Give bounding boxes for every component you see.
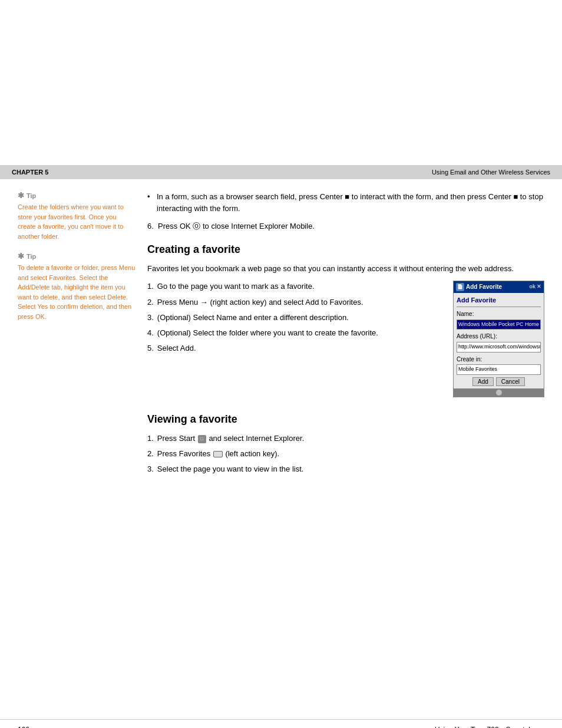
body-content: In a form, such as a browser search fiel…: [147, 191, 544, 479]
dialog-bottom-bar: [454, 388, 544, 397]
dialog-body: Add Favorite Name: Windows Mobile Pocket…: [454, 293, 544, 388]
viewing-step-3: 3. Select the page you want to view in t…: [147, 463, 544, 475]
dialog-name-value: Windows Mobile Pocket PC Home: [458, 321, 539, 327]
dialog-create-label: Create in:: [457, 355, 541, 364]
dialog-buttons: Add Cancel: [457, 377, 541, 386]
dialog-cancel-button[interactable]: Cancel: [496, 377, 525, 386]
viewing-step-3-text: Select the page you want to view in the …: [157, 463, 304, 475]
tip-star-1: ✱ Tip: [18, 191, 135, 200]
tip-label-2: Tip: [27, 253, 36, 260]
creating-favorite-heading: Creating a favorite: [147, 242, 544, 258]
bullet-item: In a form, such as a browser search fiel…: [147, 191, 544, 215]
viewing-step-1: 1. Press Start □ and select Internet Exp…: [147, 433, 544, 444]
dialog-create-value: Mobile Favorites: [458, 366, 497, 372]
tip-block-2: ✱ Tip To delete a favorite or folder, pr…: [18, 252, 135, 321]
tip-text-1: Create the folders where you want to sto…: [18, 202, 135, 241]
creating-step-1-text: Go to the page you want to mark as a fav…: [157, 281, 315, 292]
add-favorite-dialog: 📄 Add Favorite ok ✕ Add Favorite Name:: [453, 281, 544, 397]
left-key-icon: [213, 451, 223, 457]
tip-label-1: Tip: [27, 192, 36, 199]
dialog-name-label: Name:: [457, 309, 541, 319]
creating-step-3-text: (Optional) Select Name and enter a diffe…: [157, 312, 349, 324]
tip-star-2: ✱ Tip: [18, 252, 135, 261]
viewing-step-2-text: Press Favorites (left action key).: [157, 448, 279, 460]
tip-text-2: To delete a favorite or folder, press Me…: [18, 263, 135, 321]
viewing-favorite-heading: Viewing a favorite: [147, 411, 544, 428]
step-number-6: 6.: [147, 222, 156, 230]
creating-favorite-intro: Favorites let you bookmark a web page so…: [147, 263, 544, 275]
creating-favorite-section: Creating a favorite Favorites let you bo…: [147, 242, 544, 403]
creating-step-5-text: Select Add.: [157, 342, 196, 354]
footer-text: Using Your Treo 700w Smartphone: [435, 726, 544, 728]
dialog-create-input[interactable]: Mobile Favorites: [457, 364, 541, 375]
dialog-bottom-icon: [496, 390, 502, 396]
tip-star-icon-2: ✱: [18, 252, 24, 261]
dialog-name-input[interactable]: Windows Mobile Pocket PC Home: [457, 319, 541, 330]
tip-star-icon-1: ✱: [18, 191, 24, 200]
dialog-titlebar-left: 📄 Add Favorite: [456, 282, 502, 292]
press-ok-line: 6. Press OK ⓞ to close Internet Explorer…: [147, 220, 544, 232]
page-wrapper: CHAPTER 5 Using Email and Other Wireless…: [0, 165, 562, 728]
dialog-titlebar-controls: ok ✕: [529, 283, 541, 291]
viewing-step-2: 2. Press Favorites (left action key).: [147, 448, 544, 460]
ok-label: ok: [529, 283, 535, 291]
creating-step-2-text: Press Menu → (right action key) and sele…: [157, 297, 363, 308]
chapter-header: CHAPTER 5 Using Email and Other Wireless…: [0, 165, 562, 179]
creating-step-2: 2. Press Menu → (right action key) and s…: [147, 297, 441, 308]
dialog-address-value: http://www.microsoft.com/windowsmob: [458, 344, 541, 350]
creating-step-4: 4. (Optional) Select the folder where yo…: [147, 327, 441, 339]
creating-step-3: 3. (Optional) Select Name and enter a di…: [147, 312, 441, 324]
creating-step-5: 5. Select Add.: [147, 342, 441, 354]
sidebar-tips: ✱ Tip Create the folders where you want …: [18, 191, 135, 479]
dialog-address-input[interactable]: http://www.microsoft.com/windowsmob: [457, 342, 541, 353]
start-icon: □: [198, 435, 206, 443]
dialog-title: Add Favorite: [466, 282, 502, 292]
press-ok-text: Press OK ⓞ to close Internet Explorer Mo…: [158, 222, 315, 230]
tip-block-1: ✱ Tip Create the folders where you want …: [18, 191, 135, 241]
main-content: ✱ Tip Create the folders where you want …: [0, 179, 562, 491]
page-footer: 106 Using Your Treo 700w Smartphone: [0, 719, 562, 728]
creating-step-1: 1. Go to the page you want to mark as a …: [147, 281, 441, 292]
viewing-favorite-steps: 1. Press Start □ and select Internet Exp…: [147, 433, 544, 475]
page-number: 106: [18, 726, 29, 728]
viewing-step-1-text: Press Start □ and select Internet Explor…: [157, 433, 304, 444]
dialog-icon: 📄: [456, 283, 464, 291]
dialog-titlebar: 📄 Add Favorite ok ✕: [454, 281, 544, 293]
bullet-intro: In a form, such as a browser search fiel…: [147, 191, 544, 215]
dialog-address-label: Address (URL):: [457, 332, 541, 341]
creating-favorite-content: 📄 Add Favorite ok ✕ Add Favorite Name:: [147, 281, 544, 403]
chapter-label: CHAPTER 5: [12, 169, 48, 176]
dialog-add-favorite-label: Add Favorite: [457, 295, 541, 307]
viewing-favorite-section: Viewing a favorite 1. Press Start □ and …: [147, 411, 544, 475]
creating-step-4-text: (Optional) Select the folder where you w…: [157, 327, 378, 339]
dialog-add-button[interactable]: Add: [472, 377, 494, 386]
chapter-title: Using Email and Other Wireless Services: [432, 169, 550, 176]
x-label: ✕: [537, 283, 541, 291]
